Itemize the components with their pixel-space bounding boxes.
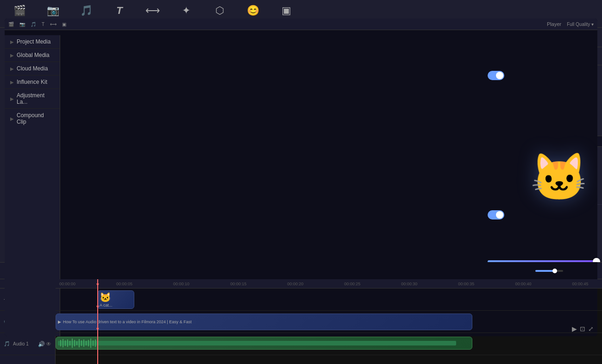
cat-preview: 🐱 (530, 150, 588, 205)
audio1-speaker-icon[interactable]: 🔊 (38, 341, 45, 347)
nested-sub-menu: ▶Project Media ▶Global Media ▶Cloud Medi… (5, 35, 60, 262)
audio1-eye-icon[interactable]: 👁 (46, 341, 51, 347)
stock-media-icon: 📷 (47, 5, 59, 17)
nested-menu-global-media[interactable]: ▶Global Media (5, 49, 60, 62)
video1-clip-label: ▶ How To use Audio driven text to a vide… (56, 318, 194, 326)
ruler-25: 00:00:25 (344, 282, 360, 286)
svg-rect-15 (93, 340, 94, 346)
video2-clip-label: 🐱 A cat... (98, 290, 114, 309)
nested-menu-influence[interactable]: ▶Influence Kit (5, 75, 60, 89)
main-area: ▶ Mine ▼ AI Sticker AI 🔧 Tool ⬇ Download… (0, 28, 602, 262)
timeline-content: + 📹 Video 2 + 🔒 👁 📹 Video 1 🔊 + 👁 (0, 279, 602, 364)
audio1-label: Audio 1 (13, 341, 29, 346)
svg-rect-3 (65, 340, 66, 346)
track-video1-row: ▶ How To use Audio driven text to a vide… (56, 311, 602, 333)
svg-rect-1 (60, 340, 61, 346)
audio1-icon: 🎵 (4, 341, 10, 347)
nested-menu-project-media[interactable]: ▶Project Media (5, 35, 60, 49)
zoom-fill (535, 270, 555, 272)
ruler-10: 00:00:10 (173, 282, 189, 286)
ruler-45: 00:00:45 (572, 282, 588, 286)
svg-rect-7 (74, 340, 75, 346)
video1-title: How To use Audio driven text to a video … (63, 320, 192, 324)
svg-rect-4 (67, 339, 68, 347)
titles-icon: T (116, 5, 122, 17)
transform-toggle[interactable] (488, 71, 504, 80)
main-playhead[interactable] (97, 279, 98, 364)
svg-rect-13 (88, 340, 89, 346)
video1-clip[interactable]: ▶ How To use Audio driven text to a vide… (56, 314, 472, 330)
cat-visual: 🐱 (530, 151, 588, 203)
timeline-ruler: 00:00:00 00:00:05 00:00:10 00:00:15 00:0… (56, 279, 602, 289)
track-audio1-row (56, 333, 602, 355)
zoom-track (535, 270, 563, 272)
svg-rect-9 (79, 339, 80, 347)
compositing-toggle[interactable] (488, 210, 504, 220)
audio-waveform (56, 337, 472, 349)
ruler-5: 00:00:05 (116, 282, 132, 286)
filters-icon: ⬡ (215, 5, 224, 17)
nested-preview-menu: 🎬 📷 🎵 T ⟷ ▣ Player Full Quality ▾ (5, 28, 597, 30)
svg-rect-6 (72, 339, 73, 348)
opacity-slider-fill (488, 260, 596, 262)
svg-rect-16 (95, 339, 96, 347)
nested-menu-compound[interactable]: ▶Compound Clip (5, 109, 60, 128)
video2-clip[interactable]: 🐱 A cat... (97, 290, 134, 309)
svg-rect-0 (58, 341, 456, 345)
svg-rect-14 (90, 339, 91, 348)
ruler-15: 00:00:15 (230, 282, 246, 286)
ruler-0: 00:00:00 (59, 282, 75, 286)
video1-thumb: ▶ (58, 320, 61, 324)
ruler-35: 00:00:35 (458, 282, 474, 286)
svg-rect-10 (81, 340, 82, 346)
nested-menu-adjustment[interactable]: ▶Adjustment La... (5, 89, 60, 109)
ruler-30: 00:00:30 (401, 282, 417, 286)
media-icon: 🎬 (13, 5, 26, 17)
ruler-20: 00:00:20 (287, 282, 303, 286)
preview-area: Player Full Quality ▾ 📷 🎬 📷 🎵 T ⟷ ▣ Play… (296, 28, 482, 262)
svg-rect-12 (86, 341, 87, 345)
opacity-slider-thumb (593, 258, 600, 262)
transitions-icon: ⟷ (145, 5, 160, 17)
zoom-thumb (552, 269, 557, 273)
svg-rect-11 (83, 339, 84, 347)
track-video2-row: 🐱 A cat... (56, 289, 602, 311)
nested-preview: 🎬 📷 🎵 T ⟷ ▣ Player Full Quality ▾ ▶Proje… (5, 28, 597, 262)
stickers-icon: 😊 (247, 5, 259, 17)
nested-menu-cloud-media[interactable]: ▶Cloud Media (5, 62, 60, 75)
templates-icon: ▣ (282, 5, 291, 17)
audio1-clip[interactable] (56, 337, 472, 350)
svg-rect-8 (76, 341, 77, 345)
track-label-audio1: 🎵 Audio 1 🔊 👁 (0, 333, 55, 355)
audio-icon: 🎵 (80, 5, 93, 17)
ruler-40: 00:00:40 (515, 282, 531, 286)
track-audio1-icons: 🔊 👁 (38, 341, 51, 347)
svg-rect-5 (69, 341, 70, 345)
timeline-tracks: 00:00:00 00:00:05 00:00:10 00:00:15 00:0… (56, 279, 602, 364)
effects-icon: ✦ (182, 5, 190, 17)
svg-rect-2 (63, 339, 63, 347)
opacity-slider[interactable] (488, 260, 596, 262)
